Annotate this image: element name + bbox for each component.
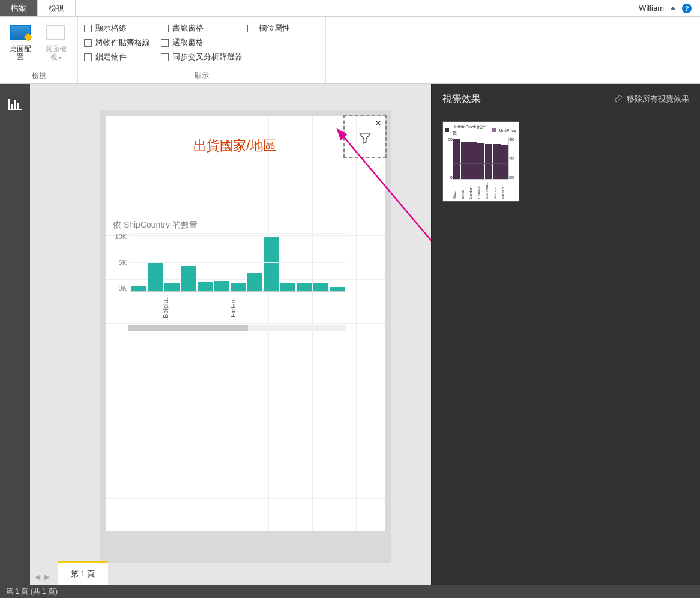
chart-bars [130, 233, 346, 292]
check-field-properties[interactable]: 欄位屬性 [247, 23, 319, 34]
checkbox-icon [84, 53, 92, 61]
thumb-xlabel: Mexico... [501, 181, 509, 199]
check-label: 書籤窗格 [172, 23, 204, 34]
panel-title: 視覺效果 [442, 93, 602, 106]
status-text: 第 1 頁 (共 1 頁) [6, 587, 58, 597]
check-sync-slicers[interactable]: 同步交叉分析篩選器 [161, 52, 243, 62]
collapse-ribbon-icon[interactable] [670, 7, 676, 10]
checkbox-icon [161, 25, 169, 32]
thumb-xlabel: Sao Pau... [485, 181, 493, 199]
chart-bar [247, 273, 262, 291]
chart-plot: 10K 5K 0K [110, 233, 346, 292]
checkbox-icon [161, 39, 169, 47]
chart-bar [164, 283, 180, 291]
ribbon: 桌面配置 頁面檢視▾ 檢視 顯示格線 將物件貼齊格線 鎖定物件 書籤窗格 選取窗… [0, 17, 700, 84]
panel-header: 視覺效果 移除所有視覺效果 [432, 84, 700, 114]
help-icon[interactable]: ? [682, 4, 692, 13]
main: 出貨國家/地區 ✕ 依 ShipCountry 的數量 10K 5K [0, 84, 700, 585]
chart-bar [313, 283, 328, 291]
legend-dot-icon [445, 128, 449, 132]
tab-file[interactable]: 檔案 [0, 0, 38, 16]
page-surface[interactable]: 出貨國家/地區 ✕ 依 ShipCountry 的數量 10K 5K [106, 116, 385, 531]
chart-xlabel: 阿根廷 [128, 294, 144, 323]
report-view-button[interactable] [3, 92, 27, 116]
check-lock-objects[interactable]: 鎖定物件 [84, 52, 156, 62]
desktop-layout-label: 桌面配置 [8, 44, 32, 62]
chart-xlabel: 丹麥 [213, 294, 228, 323]
thumb-xlabel: Albuqu... [493, 181, 501, 199]
thumb-xlabel: London [469, 181, 477, 199]
tab-view[interactable]: 檢視 [38, 0, 76, 16]
chart-xlabel: 法國 [246, 294, 262, 323]
thumb-bar [493, 144, 500, 179]
check-selection-pane[interactable]: 選取窗格 [161, 37, 243, 48]
visual-thumbnail[interactable]: UnitsInStock 的計數 UnitPrice 500 4K2K0K Gr… [442, 121, 519, 202]
page-tab[interactable]: 第 1 頁 [58, 561, 108, 585]
thumb-xlabel: Boise [461, 181, 469, 199]
scrollbar-thumb[interactable] [128, 325, 248, 331]
chart-xlabel: 愛爾蘭 [280, 294, 295, 323]
chart-xlabel: 義大利 [297, 294, 312, 323]
ribbon-group-view-label: 檢視 [6, 70, 71, 82]
eraser-icon [614, 94, 623, 105]
thumb-xlabel: Cunewa... [477, 181, 485, 199]
chart-xaxis: 阿根廷奧地利Belgiu...巴西加拿大丹麥Finlan...法國德國愛爾蘭義大… [110, 294, 346, 323]
chart-xlabel: Belgiu... [162, 294, 178, 323]
chart-xlabel: 挪威 [330, 294, 346, 323]
thumb-bar [453, 139, 460, 179]
chart-bar [297, 283, 312, 291]
close-icon[interactable]: ✕ [375, 118, 382, 128]
chart-bar [214, 281, 229, 291]
next-page-icon[interactable]: ▶ [44, 573, 53, 581]
thumb-bar [461, 142, 468, 179]
chart-scrollbar[interactable] [128, 325, 346, 331]
chart-yaxis: 10K 5K 0K [110, 233, 128, 292]
chart-bar [330, 287, 345, 291]
thumb-line [453, 163, 508, 164]
chart-xlabel: 巴西 [179, 294, 195, 323]
remove-all-visuals-button[interactable]: 移除所有視覺效果 [614, 94, 689, 105]
chart-xlabel: Finlan... [229, 294, 245, 323]
chevron-down-icon: ▾ [59, 55, 61, 61]
check-label: 鎖定物件 [95, 52, 127, 62]
slicer-title-annotation: 出貨國家/地區 [193, 137, 276, 155]
thumb-yaxis-right: 4K2K0K [509, 137, 516, 180]
chart-visual[interactable]: 依 ShipCountry 的數量 10K 5K 0K 阿根廷奧地利Belgiu… [110, 220, 346, 331]
thumb-bars [453, 137, 509, 180]
panel-body: UnitsInStock 的計數 UnitPrice 500 4K2K0K Gr… [432, 114, 700, 585]
thumb-legend: UnitsInStock 的計數 UnitPrice [445, 124, 516, 136]
chart-bar [131, 286, 146, 291]
prev-page-icon[interactable]: ◀ [35, 573, 43, 581]
ribbon-group-show-label: 顯示 [84, 70, 319, 82]
chart-bar [231, 283, 246, 291]
legend-dot-icon [492, 128, 496, 132]
canvas[interactable]: 出貨國家/地區 ✕ 依 ShipCountry 的數量 10K 5K [30, 84, 431, 585]
thumb-xlabel: Graz [453, 181, 460, 199]
chart-title: 依 ShipCountry 的數量 [110, 220, 346, 231]
check-label: 選取窗格 [172, 37, 204, 48]
slicer-visual-placeholder[interactable]: ✕ [343, 115, 387, 158]
check-label: 顯示格線 [95, 23, 127, 34]
page-icon [46, 25, 65, 40]
check-snap-to-grid[interactable]: 將物件貼齊格線 [84, 37, 156, 48]
titlebar-right: William ? [639, 0, 700, 16]
page-view-button[interactable]: 頁面檢視▾ [40, 20, 71, 64]
check-show-gridlines[interactable]: 顯示格線 [84, 23, 156, 34]
check-bookmark-pane[interactable]: 書籤窗格 [161, 23, 243, 34]
chart-bar [280, 283, 295, 291]
check-label: 同步交叉分析篩選器 [172, 52, 243, 62]
check-label: 將物件貼齊格線 [95, 37, 150, 48]
chart-bar [198, 282, 213, 291]
chart-xlabel: 墨西哥 [313, 294, 329, 323]
desktop-layout-button[interactable]: 桌面配置 [6, 20, 35, 64]
report-page[interactable]: 出貨國家/地區 ✕ 依 ShipCountry 的數量 10K 5K [100, 110, 391, 585]
checkbox-icon [161, 53, 169, 61]
chart-xlabel: 德國 [263, 294, 279, 323]
thumb-bar [477, 143, 484, 179]
filter-icon[interactable] [358, 132, 372, 147]
chart-xlabel: 奧地利 [145, 294, 161, 323]
checkbox-icon [84, 39, 92, 47]
remove-all-label: 移除所有視覺效果 [627, 94, 689, 104]
thumb-bar [501, 145, 508, 179]
chart-xlabel: 加拿大 [196, 294, 211, 323]
